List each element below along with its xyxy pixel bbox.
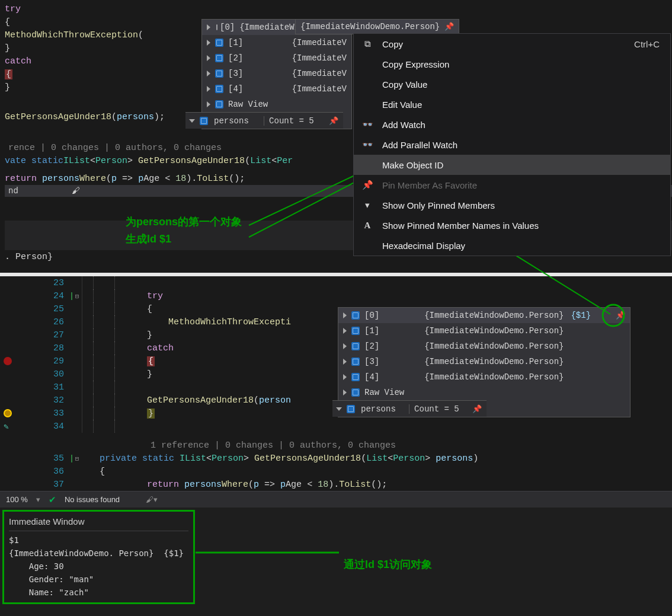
expand-icon[interactable] bbox=[343, 328, 347, 334]
line-number: 27 bbox=[53, 330, 64, 340]
context-menu[interactable]: ⧉CopyCtrl+C Copy Expression Copy Value E… bbox=[353, 33, 671, 256]
annotation-label: 为persons的第一个对象 生成Id $1 bbox=[126, 213, 242, 248]
pin-icon[interactable]: 📌 bbox=[616, 311, 625, 320]
line-number: 30 bbox=[53, 369, 64, 379]
codelens[interactable]: 1 reference | 0 changes | 0 authors, 0 c… bbox=[151, 441, 396, 451]
ctx-copy-expression[interactable]: Copy Expression bbox=[354, 54, 670, 74]
brush-icon[interactable]: 🖌 bbox=[72, 186, 80, 196]
ctx-show-only-pinned[interactable]: ▾Show Only Pinned Members bbox=[354, 195, 670, 215]
object-icon bbox=[351, 373, 360, 381]
datatip-row-raw[interactable]: Raw View bbox=[338, 385, 630, 400]
brush-icon[interactable]: 🖌▾ bbox=[146, 495, 158, 504]
zoom-level[interactable]: 100 % bbox=[6, 495, 28, 504]
line-number: 28 bbox=[53, 343, 64, 353]
pin-icon[interactable]: 📌 bbox=[472, 404, 482, 414]
breakpoint-icon[interactable] bbox=[4, 357, 12, 365]
glasses-icon: 👓 bbox=[361, 119, 374, 130]
immediate-output: $1 {ImmediateWindowDemo. Person} {$1} Ag… bbox=[9, 534, 188, 599]
datatip-row[interactable]: [2]{ImmediateV bbox=[202, 50, 351, 66]
datatip-row[interactable]: [2]{ImmediateWindowDemo.Person} bbox=[338, 339, 630, 354]
line-number: 23 bbox=[53, 278, 64, 288]
object-icon bbox=[215, 85, 223, 93]
datatip-row[interactable]: [3]{ImmediateWindowDemo.Person} bbox=[338, 354, 630, 369]
datatip-row[interactable]: [4]{ImmediateWindowDemo.Person} bbox=[338, 369, 630, 385]
method-call: GetPersonsAgeUnder18 bbox=[5, 112, 111, 122]
ctx-edit-value[interactable]: Edit Value bbox=[354, 94, 670, 114]
datatip-footer: personsCount = 5📌 bbox=[332, 400, 487, 417]
ctx-hex-display[interactable]: Hexadecimal Display bbox=[354, 235, 670, 256]
object-id-badge: {$1} bbox=[571, 311, 591, 320]
datatip-footer: personsCount = 5📌 bbox=[185, 112, 343, 129]
datatip-persons-lower[interactable]: [0]{ImmediateWindowDemo.Person}{$1}📌 [1]… bbox=[338, 307, 631, 417]
panel-title: Immediate Window bbox=[9, 515, 188, 531]
datatip-row[interactable]: [3]{ImmediateV bbox=[202, 66, 351, 81]
object-icon bbox=[215, 54, 223, 62]
object-icon bbox=[215, 39, 223, 47]
expand-icon[interactable] bbox=[343, 359, 347, 365]
ctx-add-parallel-watch[interactable]: 👓Add Parallel Watch bbox=[354, 135, 670, 155]
filter-icon: ▾ bbox=[361, 200, 374, 210]
pin-icon[interactable]: 📌 bbox=[329, 116, 338, 126]
datatip-value: {ImmediateWindowDemo.Person}📌 bbox=[295, 19, 459, 34]
brace: { bbox=[5, 17, 10, 27]
line-number: 26 bbox=[53, 317, 64, 327]
datatip-row[interactable]: [0]{ImmediateWindowDemo.Person}{$1}📌 bbox=[338, 308, 630, 323]
expand-icon[interactable] bbox=[207, 71, 210, 76]
object-icon bbox=[347, 405, 355, 413]
tab-label[interactable]: nd bbox=[8, 186, 18, 196]
text-a-icon: A bbox=[361, 221, 374, 231]
expand-icon[interactable] bbox=[207, 86, 210, 92]
datatip-row[interactable]: [1]{ImmediateWindowDemo.Person} bbox=[338, 323, 630, 339]
no-issues-label: No issues found bbox=[65, 495, 120, 504]
brace: } bbox=[5, 82, 10, 92]
ctx-copy-value[interactable]: Copy Value bbox=[354, 74, 670, 94]
object-icon bbox=[215, 69, 223, 78]
chevron-down-icon[interactable]: ▾ bbox=[36, 495, 40, 504]
object-icon bbox=[200, 117, 208, 125]
object-icon bbox=[351, 327, 360, 335]
edit-icon[interactable]: ✎ bbox=[4, 422, 8, 432]
expand-icon[interactable] bbox=[207, 55, 210, 61]
datatip-row-raw[interactable]: Raw View bbox=[202, 97, 351, 112]
expand-icon[interactable] bbox=[343, 343, 347, 349]
line-number: 24 bbox=[53, 291, 64, 301]
keyword-catch: catch bbox=[5, 56, 31, 66]
expand-icon[interactable] bbox=[343, 390, 347, 395]
object-icon bbox=[215, 100, 223, 108]
status-bar: 100 %▾ ✔No issues found 🖌▾ bbox=[0, 491, 672, 508]
ctx-make-object-id[interactable]: Make Object ID bbox=[354, 155, 670, 175]
expand-icon[interactable] bbox=[207, 40, 210, 46]
expand-icon[interactable] bbox=[343, 374, 347, 380]
expand-icon[interactable] bbox=[343, 312, 347, 318]
line-number: 34 bbox=[53, 422, 64, 432]
ctx-add-watch[interactable]: 👓Add Watch bbox=[354, 114, 670, 135]
ctx-copy[interactable]: ⧉CopyCtrl+C bbox=[354, 34, 670, 54]
method-call: MethodWhichThrowException bbox=[5, 30, 138, 40]
line-number: 37 bbox=[53, 480, 64, 490]
object-icon bbox=[351, 311, 360, 320]
ctx-show-pinned-names[interactable]: AShow Pinned Member Names in Values bbox=[354, 215, 670, 235]
expand-icon[interactable] bbox=[336, 407, 342, 411]
lower-code-editor: 23 24⊟try 25{ 26 MethodWhichThrowExcepti… bbox=[0, 273, 672, 491]
ctx-pin-member: 📌Pin Member As Favorite bbox=[354, 175, 670, 195]
pin-icon[interactable]: 📌 bbox=[444, 22, 454, 31]
datatip-persons[interactable]: [0]{ImmediateWindowDemo.Person} [1]{Imme… bbox=[201, 19, 352, 129]
object-icon bbox=[351, 342, 360, 350]
annotation-label: 通过Id $1访问对象 bbox=[344, 556, 432, 573]
datatip-row[interactable]: [1]{ImmediateV bbox=[202, 35, 351, 50]
line-number: 33 bbox=[53, 408, 64, 419]
line-number: 36 bbox=[53, 467, 64, 477]
brace: } bbox=[5, 43, 10, 53]
line-number: 31 bbox=[53, 382, 64, 392]
expand-icon[interactable] bbox=[189, 119, 195, 123]
line-number: 32 bbox=[53, 395, 64, 406]
line-number: 25 bbox=[53, 304, 64, 314]
current-statement-icon[interactable] bbox=[4, 409, 12, 417]
datatip-row[interactable]: [4]{ImmediateV bbox=[202, 81, 351, 97]
immediate-window[interactable]: Immediate Window $1 {ImmediateWindowDemo… bbox=[2, 510, 195, 604]
line-number: 29 bbox=[53, 356, 64, 366]
check-icon: ✔ bbox=[49, 494, 56, 505]
expand-icon[interactable] bbox=[207, 24, 210, 30]
immediate-window-panel: Immediate Window $1 {ImmediateWindowDemo… bbox=[0, 510, 672, 616]
expand-icon[interactable] bbox=[207, 101, 210, 107]
